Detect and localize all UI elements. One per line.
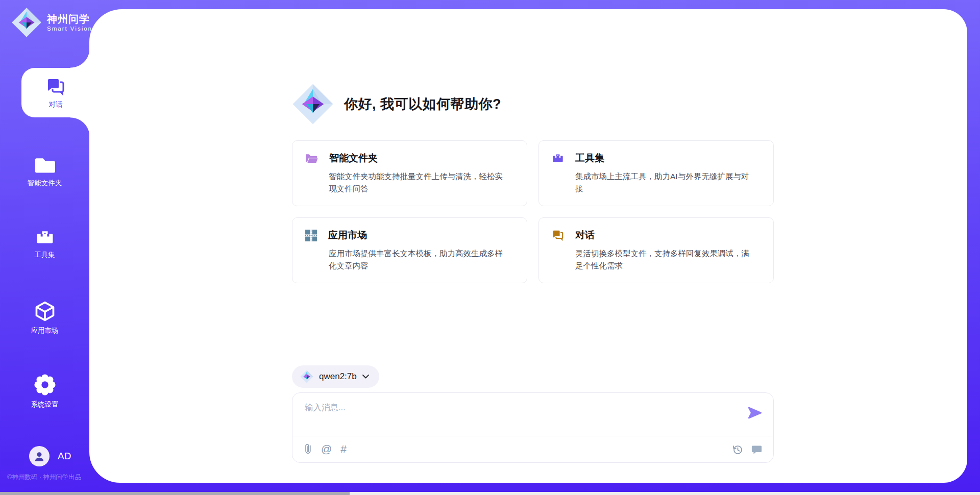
copyright-text: ©神州数码 · 神州问学出品 (7, 473, 81, 482)
gear-icon (33, 373, 57, 397)
app-grid-icon (305, 229, 317, 242)
composer-tools-left: @ # (304, 443, 347, 455)
app-logo: 神州问学 Smart Vision (11, 7, 92, 38)
card-title: 应用市场 (328, 229, 367, 242)
chevron-down-icon (362, 375, 369, 379)
avatar (29, 446, 50, 466)
card-description: 集成市场上主流工具，助力AI与外界无缝扩展与对接 (551, 170, 761, 195)
history-icon[interactable] (732, 444, 743, 455)
card-description: 智能文件夹功能支持批量文件上传与清洗，轻松实现文件问答 (305, 170, 514, 195)
composer-divider (292, 436, 773, 436)
card-app-market[interactable]: 应用市场 应用市场提供丰富长文本模板，助力高效生成多样化文章内容 (292, 217, 527, 283)
model-name: qwen2:7b (319, 372, 357, 382)
card-smart-folder[interactable]: 智能文件夹 智能文件夹功能支持批量文件上传与清洗，轻松实现文件问答 (292, 140, 527, 206)
card-title: 对话 (575, 229, 595, 242)
diamond-logo-icon (11, 7, 42, 38)
sidebar-item-toolbox[interactable]: 工具集 (0, 228, 89, 260)
sidebar-item-app-market[interactable]: 应用市场 (0, 300, 89, 335)
at-icon[interactable]: @ (321, 443, 332, 455)
horizontal-scrollbar[interactable] (0, 492, 980, 495)
sidebar-item-label: 系统设置 (31, 400, 59, 409)
greeting-block: 你好, 我可以如何帮助你? (292, 83, 501, 125)
sidebar-item-label: 应用市场 (31, 326, 59, 335)
hash-icon[interactable]: # (340, 443, 347, 455)
card-description: 应用市场提供丰富长文本模板，助力高效生成多样化文章内容 (305, 247, 514, 272)
user-initials: AD (58, 451, 71, 462)
greeting-title: 你好, 我可以如何帮助你? (344, 95, 501, 113)
sidebar-item-label: 对话 (49, 100, 63, 109)
composer-tools-right (732, 444, 762, 455)
diamond-logo-icon (292, 83, 334, 125)
message-input[interactable] (292, 393, 742, 434)
scrollbar-thumb[interactable] (0, 492, 350, 495)
main-content: 你好, 我可以如何帮助你? 智能文件夹 智能文件夹功能支持批量文件上传与清洗，轻… (89, 9, 967, 483)
sidebar-item-label: 智能文件夹 (28, 179, 62, 188)
model-selector[interactable]: qwen2:7b (292, 365, 379, 388)
tab-fillet-top (70, 48, 90, 68)
card-toolbox[interactable]: 工具集 集成市场上主流工具，助力AI与外界无缝扩展与对接 (538, 140, 774, 206)
sidebar-item-chat[interactable]: 对话 (21, 68, 90, 117)
folder-open-icon (305, 152, 318, 164)
chat-icon (45, 76, 66, 97)
chat-bubble-icon[interactable] (751, 445, 762, 455)
card-title: 工具集 (575, 152, 604, 165)
feature-cards: 智能文件夹 智能文件夹功能支持批量文件上传与清洗，轻松实现文件问答 工具集 集成… (292, 140, 774, 283)
sidebar-item-settings[interactable]: 系统设置 (0, 373, 89, 409)
card-title: 智能文件夹 (329, 152, 378, 165)
sidebar-item-smart-folder[interactable]: 智能文件夹 (0, 155, 89, 188)
send-icon[interactable] (748, 406, 762, 419)
sidebar-item-label: 工具集 (34, 251, 55, 260)
cube-icon (34, 300, 56, 323)
toolbox-icon (551, 152, 565, 164)
diamond-logo-icon (300, 370, 313, 383)
card-chat[interactable]: 对话 灵活切换多模型文件，支持多样回复效果调试，满足个性化需求 (538, 217, 774, 283)
chat-icon (551, 229, 565, 242)
person-icon (33, 450, 46, 463)
toolbox-icon (34, 228, 56, 247)
card-description: 灵活切换多模型文件，支持多样回复效果调试，满足个性化需求 (551, 247, 761, 272)
folder-icon (34, 155, 56, 175)
paperclip-icon[interactable] (304, 443, 312, 455)
app-subtitle: Smart Vision (47, 25, 92, 32)
app-name: 神州问学 (47, 13, 92, 25)
tab-fillet-bottom (70, 117, 90, 137)
user-profile[interactable]: AD (29, 446, 71, 466)
message-composer: @ # (292, 392, 774, 463)
